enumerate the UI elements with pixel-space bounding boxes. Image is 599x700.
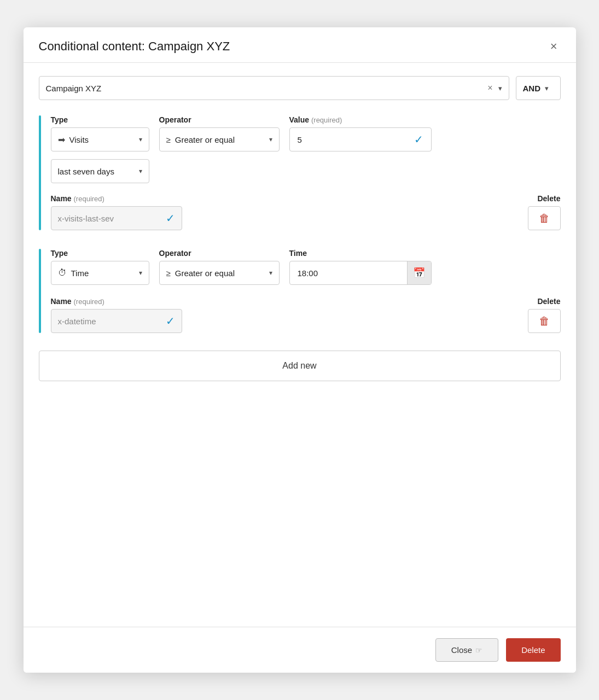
and-select-text: AND	[523, 84, 541, 93]
operator-select-1[interactable]: ≥ Greater or equal ▾	[159, 127, 280, 151]
delete-button-1[interactable]: 🗑	[528, 206, 561, 230]
condition-bar-2	[39, 249, 41, 333]
condition-row1-2: Type ⏱ Time ▾ Operator ≥ Greater or equa…	[51, 249, 561, 285]
operator-group-1: Operator ≥ Greater or equal ▾	[159, 115, 280, 151]
name-value-2: x-datetime	[58, 317, 161, 326]
name-input-2[interactable]: x-datetime ✓	[51, 309, 182, 333]
campaign-arrow-icon: ▾	[498, 84, 502, 92]
trash-icon-2: 🗑	[539, 315, 550, 328]
operator-value-2: Greater or equal	[175, 269, 265, 278]
delete-label-1: Delete	[537, 194, 560, 203]
name-group-2: Name (required) x-datetime ✓	[51, 297, 182, 333]
condition-content-1: Type ➡ Visits ▾ Operator ≥ Greater or eq…	[51, 115, 561, 230]
operator-group-2: Operator ≥ Greater or equal ▾	[159, 249, 280, 285]
close-button-label: Close	[451, 645, 472, 655]
condition-row3-1: Name (required) x-visits-last-sev ✓ Dele…	[51, 194, 561, 230]
calendar-icon-2[interactable]: 📅	[407, 261, 431, 284]
modal-body: Campaign XYZ × ▾ AND ▾ Type	[24, 63, 576, 627]
close-x-button[interactable]: ×	[547, 39, 561, 54]
and-arrow-icon: ▾	[545, 84, 549, 92]
type-group-2: Type ⏱ Time ▾	[51, 249, 149, 285]
condition-row3-2: Name (required) x-datetime ✓ Delete 🗑	[51, 297, 561, 333]
type-icon-2: ⏱	[58, 268, 67, 278]
period-select-1[interactable]: last seven days ▾	[51, 159, 149, 183]
modal-dialog: Conditional content: Campaign XYZ × Camp…	[24, 27, 576, 673]
name-label-2: Name (required)	[51, 297, 182, 306]
delete-main-button[interactable]: Delete	[506, 638, 560, 662]
operator-symbol-1: ≥	[166, 135, 171, 144]
value-label-1: Value (required)	[289, 115, 432, 124]
type-label-1: Type	[51, 115, 149, 124]
operator-value-1: Greater or equal	[175, 135, 265, 144]
add-new-button[interactable]: Add new	[39, 351, 561, 381]
close-button[interactable]: Close ☞	[435, 638, 498, 662]
and-select[interactable]: AND ▾	[516, 76, 561, 100]
time-input-2[interactable]: 18:00 📅	[289, 261, 432, 285]
value-group-1: Value (required) 5 ✓	[289, 115, 432, 151]
operator-symbol-2: ≥	[166, 269, 171, 278]
delete-label-2: Delete	[537, 297, 560, 306]
campaign-select[interactable]: Campaign XYZ × ▾	[39, 76, 509, 100]
operator-select-2[interactable]: ≥ Greater or equal ▾	[159, 261, 280, 285]
type-select-2[interactable]: ⏱ Time ▾	[51, 261, 149, 285]
operator-arrow-1: ▾	[269, 136, 272, 143]
name-group-1: Name (required) x-visits-last-sev ✓	[51, 194, 182, 230]
type-arrow-1: ▾	[139, 136, 142, 143]
type-value-2: Time	[71, 269, 135, 278]
value-check-icon-1: ✓	[414, 133, 423, 146]
value-number-1: 5	[298, 135, 410, 144]
period-value-1: last seven days	[58, 167, 135, 176]
condition-row2-1: last seven days ▾	[51, 159, 561, 183]
cursor-icon: ☞	[475, 646, 482, 655]
name-label-1: Name (required)	[51, 194, 182, 203]
name-check-icon-1: ✓	[166, 212, 175, 225]
condition-bar-1	[39, 115, 41, 230]
time-label-2: Time	[289, 249, 432, 258]
operator-arrow-2: ▾	[269, 269, 272, 277]
time-group-2: Time 18:00 📅	[289, 249, 432, 285]
type-icon-1: ➡	[58, 135, 65, 145]
name-value-1: x-visits-last-sev	[58, 214, 161, 223]
operator-label-2: Operator	[159, 249, 280, 258]
name-input-1[interactable]: x-visits-last-sev ✓	[51, 206, 182, 230]
condition-block-1: Type ➡ Visits ▾ Operator ≥ Greater or eq…	[39, 115, 561, 230]
modal-title: Conditional content: Campaign XYZ	[39, 39, 230, 54]
type-group-1: Type ➡ Visits ▾	[51, 115, 149, 151]
time-value-2: 18:00	[290, 264, 407, 283]
delete-group-2: Delete 🗑	[528, 297, 561, 333]
period-arrow-1: ▾	[139, 167, 142, 175]
trash-icon-1: 🗑	[539, 212, 550, 225]
modal-footer: Close ☞ Delete	[24, 627, 576, 673]
type-arrow-2: ▾	[139, 269, 142, 277]
campaign-select-text: Campaign XYZ	[46, 84, 488, 93]
delete-button-2[interactable]: 🗑	[528, 309, 561, 333]
modal-header: Conditional content: Campaign XYZ ×	[24, 27, 576, 63]
condition-block-2: Type ⏱ Time ▾ Operator ≥ Greater or equa…	[39, 249, 561, 333]
campaign-clear-icon[interactable]: ×	[487, 83, 492, 93]
type-label-2: Type	[51, 249, 149, 258]
condition-row1-1: Type ➡ Visits ▾ Operator ≥ Greater or eq…	[51, 115, 561, 151]
campaign-select-actions: × ▾	[487, 83, 502, 93]
type-value-1: Visits	[69, 135, 135, 144]
condition-content-2: Type ⏱ Time ▾ Operator ≥ Greater or equa…	[51, 249, 561, 333]
name-check-icon-2: ✓	[166, 314, 175, 328]
operator-label-1: Operator	[159, 115, 280, 124]
type-select-1[interactable]: ➡ Visits ▾	[51, 127, 149, 151]
value-input-1[interactable]: 5 ✓	[289, 127, 432, 151]
delete-group-1: Delete 🗑	[528, 194, 561, 230]
campaign-row: Campaign XYZ × ▾ AND ▾	[39, 76, 561, 100]
